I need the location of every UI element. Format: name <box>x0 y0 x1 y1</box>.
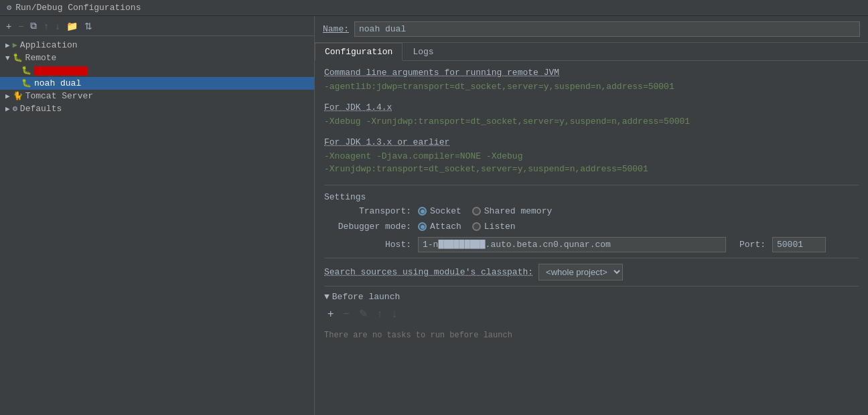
jdk13-value2: -Xrunjdwp:transport=dt_socket,server=y,s… <box>324 163 859 175</box>
arrow-remote: ▼ <box>5 54 10 62</box>
cmd-line-value: -agentlib:jdwp=transport=dt_socket,serve… <box>324 80 859 93</box>
transport-shared-label: Shared memory <box>484 206 552 216</box>
remote-child1-icon: 🐛 <box>21 66 31 76</box>
bottom-note: There are no tasks to run before launch <box>324 328 859 343</box>
sidebar-toolbar: + − ⧉ ↑ ↓ 📁 ⇅ <box>0 16 314 36</box>
arrow-application: ▶ <box>5 41 10 50</box>
tabs-bar: Configuration Logs <box>315 43 868 61</box>
cmd-line-section: Command line arguments for running remot… <box>324 68 859 93</box>
main-area: + − ⧉ ↑ ↓ 📁 ⇅ ▶ ▶ Application ▼ 🐛 Remote <box>0 16 868 415</box>
name-row: Name: <box>315 16 868 43</box>
noah-dual-label: noah dual <box>34 78 81 88</box>
right-panel: Name: Configuration Logs Command line ar… <box>315 16 868 415</box>
divider-before-launch <box>324 286 859 286</box>
remote-icon: 🐛 <box>13 53 23 63</box>
jdk14-section: For JDK 1.4.x -Xdebug -Xrunjdwp:transpor… <box>324 102 859 128</box>
move-down-button[interactable]: ↓ <box>53 19 62 33</box>
noah-dual-icon: 🐛 <box>21 78 31 88</box>
transport-socket-label: Socket <box>430 206 461 216</box>
transport-label: Transport: <box>331 206 411 216</box>
redacted-label: ██████████ <box>34 66 88 76</box>
debugger-attach-label: Attach <box>430 222 461 232</box>
debugger-mode-row: Debugger mode: Attach Listen <box>331 222 859 232</box>
copy-config-button[interactable]: ⧉ <box>28 19 39 33</box>
tree-item-noah-dual[interactable]: 🐛 noah dual <box>0 77 314 90</box>
jdk13-section: For JDK 1.3.x or earlier -Xnoagent -Djav… <box>324 137 859 175</box>
divider-search <box>324 258 859 258</box>
transport-socket-radio[interactable] <box>418 207 427 216</box>
tree-item-defaults[interactable]: ▶ ⚙ Defaults <box>0 102 314 115</box>
search-sources-row: Search sources using module's classpath:… <box>324 264 859 280</box>
before-launch-moveup-button[interactable]: ↑ <box>374 306 386 321</box>
before-launch-add-button[interactable]: + <box>324 306 337 321</box>
title-bar: ⚙ Run/Debug Configurations <box>0 0 868 16</box>
search-sources-label: Search sources using module's classpath: <box>324 267 533 277</box>
host-port-row: Host: Port: <box>331 237 859 252</box>
search-sources-select[interactable]: <whole project> <box>538 264 623 280</box>
application-label: Application <box>20 40 78 50</box>
host-input[interactable] <box>418 237 726 252</box>
window-title: Run/Debug Configurations <box>15 3 141 13</box>
tree-item-application[interactable]: ▶ ▶ Application <box>0 39 314 52</box>
arrow-tomcat: ▶ <box>5 92 10 100</box>
remote-label: Remote <box>25 53 57 63</box>
cmd-line-label: Command line arguments for running remot… <box>324 68 859 78</box>
debugger-mode-radio-group: Attach Listen <box>418 222 516 232</box>
application-icon: ▶ <box>13 40 17 50</box>
debugger-listen-radio[interactable] <box>472 222 481 231</box>
tree-item-remote-child1[interactable]: 🐛 ██████████ <box>0 64 314 77</box>
before-launch-remove-button[interactable]: − <box>340 306 352 321</box>
folder-button[interactable]: 📁 <box>64 19 80 33</box>
jdk13-value1: -Xnoagent -Djava.compiler=NONE -Xdebug <box>324 150 859 163</box>
before-launch-section: ▼ Before launch + − ✎ ↑ ↓ There are no t… <box>324 292 859 343</box>
before-launch-arrow: ▼ <box>324 292 330 302</box>
debugger-listen-label: Listen <box>484 222 516 232</box>
arrow-defaults: ▶ <box>5 104 10 113</box>
settings-grid: Transport: Socket Shared memory <box>331 206 859 252</box>
before-launch-text: Before launch <box>332 292 400 302</box>
defaults-icon: ⚙ <box>13 104 17 114</box>
tomcat-label: Tomcat Server <box>25 91 93 101</box>
transport-shared-option[interactable]: Shared memory <box>472 206 552 216</box>
sort-button[interactable]: ⇅ <box>82 19 94 33</box>
host-label: Host: <box>331 240 411 250</box>
jdk14-label: For JDK 1.4.x <box>324 102 859 112</box>
sidebar-tree: ▶ ▶ Application ▼ 🐛 Remote 🐛 ██████████ … <box>0 36 314 415</box>
port-input[interactable] <box>772 237 826 252</box>
transport-socket-option[interactable]: Socket <box>418 206 461 216</box>
sidebar: + − ⧉ ↑ ↓ 📁 ⇅ ▶ ▶ Application ▼ 🐛 Remote <box>0 16 315 415</box>
tab-logs[interactable]: Logs <box>403 43 443 61</box>
name-input[interactable] <box>354 21 860 37</box>
add-config-button[interactable]: + <box>4 19 13 33</box>
divider-settings <box>324 185 859 185</box>
transport-radio-group: Socket Shared memory <box>418 206 552 216</box>
debugger-listen-option[interactable]: Listen <box>472 222 516 232</box>
tree-item-remote[interactable]: ▼ 🐛 Remote <box>0 52 314 64</box>
name-label: Name: <box>323 24 349 34</box>
defaults-label: Defaults <box>20 104 62 114</box>
before-launch-toolbar: + − ✎ ↑ ↓ <box>324 306 859 321</box>
settings-label: Settings <box>324 192 859 202</box>
tomcat-icon: 🐈 <box>13 91 23 101</box>
remove-config-button[interactable]: − <box>16 19 25 33</box>
tab-configuration[interactable]: Configuration <box>315 43 403 61</box>
jdk13-label: For JDK 1.3.x or earlier <box>324 137 859 147</box>
before-launch-movedown-button[interactable]: ↓ <box>388 306 401 321</box>
config-content: Command line arguments for running remot… <box>315 61 868 415</box>
move-up-button[interactable]: ↑ <box>42 19 50 33</box>
debugger-mode-label: Debugger mode: <box>331 222 411 232</box>
transport-shared-radio[interactable] <box>472 207 481 216</box>
debugger-attach-radio[interactable] <box>418 222 427 231</box>
transport-row: Transport: Socket Shared memory <box>331 206 859 216</box>
before-launch-label: ▼ Before launch <box>324 292 859 302</box>
tree-item-tomcat[interactable]: ▶ 🐈 Tomcat Server <box>0 90 314 102</box>
debugger-attach-option[interactable]: Attach <box>418 222 461 232</box>
title-icon: ⚙ <box>7 3 11 13</box>
before-launch-edit-button[interactable]: ✎ <box>356 306 371 321</box>
port-label: Port: <box>739 240 766 250</box>
jdk14-value: -Xdebug -Xrunjdwp:transport=dt_socket,se… <box>324 115 859 128</box>
